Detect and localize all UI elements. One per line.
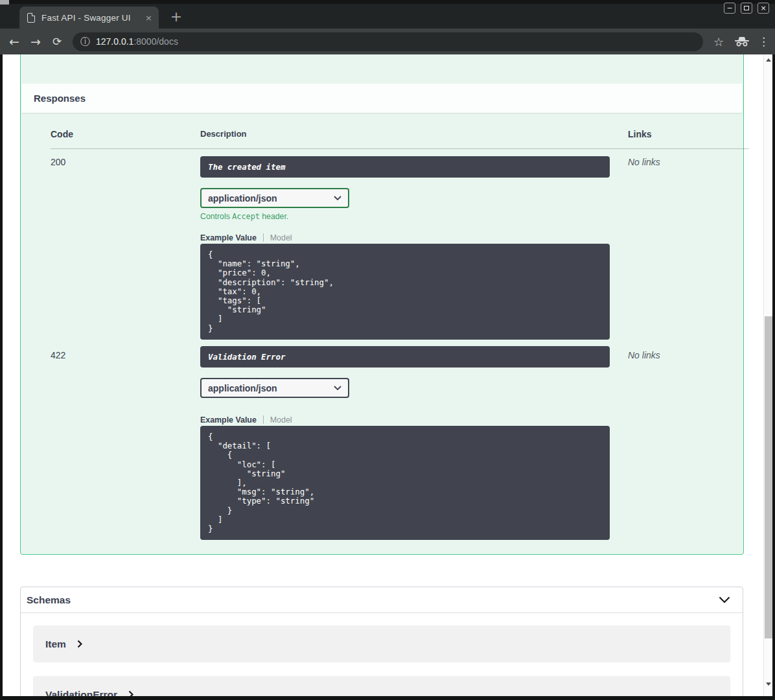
response-links: No links [628,155,749,167]
scrollbar-up-arrow-icon[interactable] [766,58,771,62]
example-json-block: { "detail": [ { "loc": [ "string" ], "ms… [200,426,610,540]
page-content: Responses Code Description Links 200 The… [3,54,763,696]
chevron-right-icon [128,690,133,696]
media-type-select[interactable]: application/json [200,378,349,398]
tab-model[interactable]: Model [270,415,292,425]
tab-example-value[interactable]: Example Value [200,233,257,242]
page-scrollbar [763,54,772,696]
tab-divider [263,415,264,424]
schemas-title: Schemas [21,587,743,613]
media-type-value: application/json [208,193,334,204]
tab-title: Fast API - Swagger UI [41,13,140,23]
url-path: :8000/docs [133,36,178,47]
tab-close-icon[interactable]: × [145,13,152,23]
media-type-select[interactable]: application/json [200,188,349,208]
response-description: Validation Error [200,346,610,368]
response-description: The created item [200,156,610,178]
accept-note-prefix: Controls [200,212,232,221]
tab-divider [263,233,264,242]
chevron-right-icon [77,640,82,648]
back-icon[interactable]: ← [7,34,21,49]
browser-titlebar: Fast API - Swagger UI × + − × [0,0,775,29]
reload-icon[interactable]: ⟳ [50,34,64,49]
responses-section-header: Responses [21,84,743,113]
model-name: ValidationError [45,689,117,697]
example-model-tabs: Example Value Model [200,233,628,242]
accept-note-code: Accept [232,212,260,221]
schemas-section: Schemas Item ValidationError [20,587,743,696]
response-row-200: 200 The created item application/json Co… [51,155,749,340]
incognito-icon [734,36,750,47]
accept-note-suffix: header. [260,212,288,221]
schemas-header[interactable]: Schemas [21,587,743,613]
column-header-description: Description [200,129,628,139]
window-corner-accent [0,0,9,5]
browser-tab[interactable]: Fast API - Swagger UI × [19,6,159,29]
forward-icon[interactable]: → [29,34,43,49]
responses-table-header: Code Description Links [51,129,749,149]
page-favicon-icon [27,13,35,23]
response-code: 422 [51,345,200,360]
url-host: 127.0.0.1 [96,36,133,47]
response-description-cell: The created item application/json Contro… [200,155,628,340]
column-header-code: Code [51,129,200,139]
tab-model[interactable]: Model [270,233,292,242]
media-type-value: application/json [208,383,334,393]
example-model-tabs: Example Value Model [200,415,628,425]
scrollbar-down-arrow-icon[interactable] [766,682,771,686]
menu-dots-icon[interactable]: ⋮ [758,36,765,47]
model-row-item[interactable]: Item [33,625,730,662]
chevron-down-icon [334,196,341,200]
close-button[interactable]: × [758,3,769,14]
response-row-422: 422 Validation Error application/json Ex… [51,345,749,540]
operation-block: Responses Code Description Links 200 The… [20,54,744,555]
maximize-button[interactable] [741,3,752,14]
minimize-button[interactable]: − [724,3,735,14]
new-tab-button[interactable]: + [167,8,185,27]
column-header-links: Links [628,129,749,139]
model-name: Item [45,638,66,650]
tab-example-value[interactable]: Example Value [200,415,257,425]
accept-header-note: Controls Accept header. [200,212,628,221]
schemas-model-list: Item ValidationError [21,613,743,696]
address-bar[interactable]: ⓘ 127.0.0.1 :8000/docs [73,32,703,51]
maximize-icon [744,6,749,10]
window-top-edge [0,0,775,4]
browser-toolbar: ← → ⟳ ⓘ 127.0.0.1 :8000/docs ☆ ⋮ [0,29,775,54]
window-controls: − × [724,3,769,14]
response-description-cell: Validation Error application/json Exampl… [200,345,628,540]
response-links: No links [628,345,749,360]
chevron-down-icon [334,386,341,390]
example-json-block: { "name": "string", "price": 0, "descrip… [200,244,610,340]
model-row-validationerror[interactable]: ValidationError [33,676,730,696]
scrollbar-thumb[interactable] [765,316,772,638]
bookmark-star-icon[interactable]: ☆ [712,35,725,49]
chevron-down-icon[interactable] [719,596,730,603]
response-code: 200 [51,155,200,167]
site-info-icon[interactable]: ⓘ [80,36,90,48]
